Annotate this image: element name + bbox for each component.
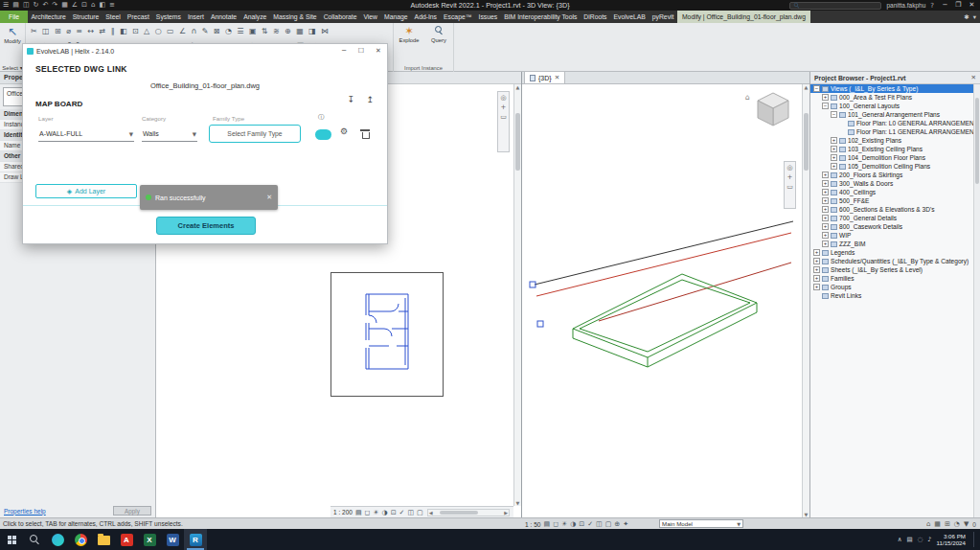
nav-tool-icon[interactable]: ▭: [500, 113, 507, 121]
scroll-down-icon[interactable]: ▼: [514, 500, 521, 506]
close-tab-icon[interactable]: ✕: [555, 74, 559, 81]
restore-window-icon[interactable]: ❐: [952, 0, 965, 11]
tool-icon[interactable]: ◫: [42, 25, 50, 37]
expand-icon[interactable]: +: [822, 180, 829, 187]
ribbon-tab-structure[interactable]: Structure: [69, 11, 103, 23]
tree-item[interactable]: +Sheets (_I&L_By Series & Level): [810, 265, 973, 274]
expand-icon[interactable]: +: [822, 223, 829, 230]
status-icon[interactable]: ◔: [954, 520, 960, 528]
tab-3d-view[interactable]: {3D} ✕: [524, 71, 565, 83]
viewcube-home-icon[interactable]: ⌂: [745, 93, 750, 102]
category-dropdown[interactable]: Walls ▼: [142, 126, 197, 142]
view-control-icon[interactable]: ◻: [553, 520, 558, 528]
tool-icon[interactable]: ✂: [31, 25, 37, 37]
tool-icon[interactable]: ▭: [167, 25, 174, 37]
tool-icon[interactable]: ⊠: [214, 25, 220, 37]
vertical-scrollbar[interactable]: ▲ ▼: [513, 84, 521, 506]
status-icon[interactable]: ⌂: [926, 520, 930, 528]
ribbon-tab-steel[interactable]: Steel: [103, 11, 125, 23]
expand-icon[interactable]: +: [822, 197, 829, 204]
dialog-close-icon[interactable]: ✕: [370, 44, 387, 58]
view-control-icon[interactable]: ◑: [570, 520, 576, 528]
create-elements-button[interactable]: Create Elements: [156, 217, 256, 235]
apply-button[interactable]: Apply: [113, 506, 151, 516]
default-3d-view-icon[interactable]: ⌂: [91, 0, 95, 11]
tree-item[interactable]: +Groups: [810, 283, 973, 291]
helix-dialog-titlebar[interactable]: EvolveLAB | Helix - 2.14.0 ─ ☐ ✕: [23, 44, 387, 58]
collapse-icon[interactable]: −: [822, 103, 829, 109]
view-control-icon[interactable]: ✓: [587, 520, 593, 528]
status-icon[interactable]: ⊞: [945, 520, 950, 528]
tree-item[interactable]: −100_General Layouts: [810, 102, 973, 110]
view-control-icon[interactable]: ▢: [417, 509, 423, 516]
start-button[interactable]: [0, 529, 23, 550]
taskbar-search-button[interactable]: [23, 529, 46, 550]
status-icon[interactable]: ▼: [964, 520, 969, 528]
taskbar-app-revit[interactable]: R: [184, 529, 207, 550]
ribbon-tab-analyze[interactable]: Analyze: [240, 11, 270, 23]
project-browser-scrollbar[interactable]: [973, 84, 980, 517]
tree-item[interactable]: +000_Area & Test Fit Plans: [810, 93, 973, 102]
navigation-bar-3d[interactable]: ◎+▭: [784, 161, 796, 209]
mapping-toggle[interactable]: [315, 129, 331, 140]
expand-icon[interactable]: +: [831, 146, 837, 152]
section-icon[interactable]: ◧: [99, 0, 105, 11]
delete-row-icon[interactable]: [361, 129, 369, 139]
dialog-maximize-icon[interactable]: ☐: [353, 44, 370, 58]
measure-icon[interactable]: ∠: [72, 0, 78, 11]
close-project-browser-icon[interactable]: ✕: [971, 74, 976, 81]
taskbar-app-acrobat[interactable]: A: [115, 529, 138, 550]
thin-lines-icon[interactable]: ≡: [109, 0, 115, 11]
print-icon[interactable]: ▦: [61, 0, 68, 11]
ribbon-options-icon[interactable]: ✱: [964, 13, 969, 21]
view-control-icon[interactable]: ⊡: [579, 520, 584, 528]
ribbon-tab-collaborate[interactable]: Collaborate: [320, 11, 360, 23]
tray-icon[interactable]: ◌: [918, 536, 923, 543]
tree-item[interactable]: +600_Sections & Elevations & 3D's: [810, 205, 973, 214]
tree-item[interactable]: +800_Casework Details: [810, 222, 973, 231]
close-window-icon[interactable]: ✕: [966, 0, 978, 11]
tool-icon[interactable]: ⋈: [321, 25, 329, 37]
properties-help-link[interactable]: Properties help: [4, 508, 46, 515]
ribbon-tab-annotate[interactable]: Annotate: [207, 11, 239, 23]
select-family-type-button[interactable]: Select Family Type: [209, 125, 301, 143]
view-control-icon[interactable]: ▢: [605, 520, 612, 528]
expand-icon[interactable]: +: [822, 172, 829, 178]
tree-item[interactable]: +WIP: [810, 231, 973, 240]
notification-center-button[interactable]: [973, 532, 978, 547]
three-d-scale[interactable]: 1 : 50: [525, 521, 541, 528]
plan-scale[interactable]: 1 : 200: [333, 509, 353, 516]
add-layer-button[interactable]: ◈ Add Layer: [35, 184, 137, 198]
tool-icon[interactable]: ▦: [296, 25, 304, 37]
scroll-right-icon[interactable]: ▶: [504, 510, 508, 516]
expand-icon[interactable]: +: [831, 154, 837, 161]
tool-icon[interactable]: ⊕: [285, 25, 291, 37]
tool-icon[interactable]: ⇅: [262, 25, 268, 37]
tree-item[interactable]: +500_FF&E: [810, 196, 973, 205]
tree-item[interactable]: −Views (_I&L_By Series & Type): [810, 84, 973, 93]
expand-icon[interactable]: +: [813, 266, 820, 273]
ribbon-tab-manage[interactable]: Manage: [381, 11, 412, 23]
expand-icon[interactable]: +: [822, 241, 829, 247]
horizontal-scrollbar[interactable]: ◀ ▶: [427, 509, 510, 516]
expand-icon[interactable]: +: [831, 137, 837, 144]
taskbar-app-word[interactable]: W: [161, 529, 184, 550]
scroll-up-icon[interactable]: ▲: [803, 84, 809, 90]
tree-item[interactable]: +105_Demolition Ceiling Plans: [810, 162, 973, 171]
tree-item[interactable]: Floor Plan: L1 GENERAL ARRANGEMENT PLAN: [810, 127, 973, 136]
layer-dropdown[interactable]: A-WALL-FULL ▼: [38, 126, 134, 142]
tree-item[interactable]: +Schedules/Quantities (_I&L_By Type & Ca…: [810, 257, 973, 265]
download-mapping-icon[interactable]: ↧: [347, 95, 354, 104]
tool-icon[interactable]: △: [144, 25, 149, 37]
expand-icon[interactable]: +: [813, 284, 820, 290]
tree-item[interactable]: +102_Existing Plans: [810, 136, 973, 145]
ribbon-tab-architecture[interactable]: Architecture: [28, 11, 69, 23]
taskbar-app-chrome[interactable]: [69, 529, 92, 550]
tool-icon[interactable]: ≋: [273, 25, 280, 37]
ribbon-tab-precast[interactable]: Precast: [124, 11, 152, 23]
expand-icon[interactable]: +: [813, 258, 820, 264]
taskbar-clock[interactable]: 3:06 PM 11/15/2024: [936, 533, 966, 546]
tool-icon[interactable]: ↔: [87, 25, 94, 37]
ribbon-tab-massing-site[interactable]: Massing & Site: [270, 11, 320, 23]
expand-icon[interactable]: +: [831, 163, 837, 170]
